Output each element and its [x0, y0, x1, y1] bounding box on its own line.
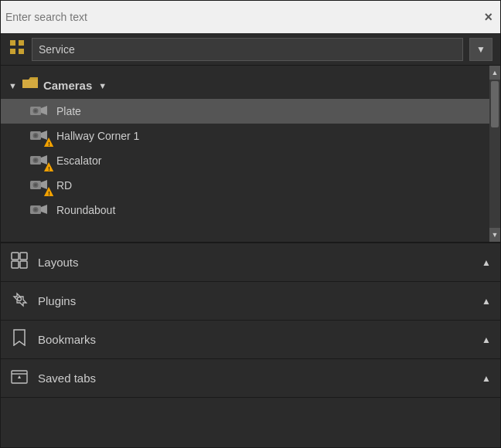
grid-icon: [9, 39, 26, 59]
saved-tabs-label: Saved tabs: [38, 372, 472, 385]
svg-rect-33: [20, 261, 27, 268]
camera-item[interactable]: ! Escalator: [1, 148, 489, 173]
camera-icon-wrapper: [29, 103, 50, 120]
plugins-label: Plugins: [38, 294, 472, 307]
svg-point-17: [34, 159, 37, 162]
camera-name: Escalator: [56, 154, 101, 167]
camera-item[interactable]: ! Hallway Corner 1: [1, 124, 489, 148]
layouts-label: Layouts: [38, 256, 472, 269]
scroll-down-arrow[interactable]: ▼: [489, 228, 500, 242]
camera-items-list: Plate ! Hallway Corner 1 ! Escalator ! R…: [1, 99, 489, 222]
camera-item[interactable]: ! RD: [1, 173, 489, 198]
camera-name: RD: [56, 179, 72, 192]
svg-marker-27: [41, 205, 47, 214]
svg-marker-36: [18, 375, 21, 378]
svg-point-11: [34, 134, 37, 137]
layouts-icon: [10, 252, 29, 273]
camera-name: Plate: [56, 105, 81, 117]
saved-tabs-chevron-icon: ▲: [482, 373, 491, 384]
svg-marker-15: [41, 155, 47, 165]
scroll-thumb[interactable]: [491, 81, 499, 127]
svg-rect-0: [10, 40, 15, 46]
section-row-bookmarks[interactable]: Bookmarks▲: [1, 321, 500, 359]
camera-item[interactable]: Roundabout: [1, 198, 489, 222]
search-bar: ×: [1, 1, 500, 33]
layouts-chevron-icon: ▲: [482, 257, 491, 268]
section-row-layouts[interactable]: Layouts▲: [1, 243, 500, 282]
scroll-track: [489, 80, 500, 228]
svg-marker-21: [41, 180, 47, 189]
svg-point-7: [34, 110, 37, 113]
bookmarks-icon: [10, 329, 29, 350]
plugins-chevron-icon: ▲: [482, 296, 491, 307]
camera-icon-wrapper: [29, 202, 50, 219]
svg-marker-5: [41, 106, 47, 115]
svg-text:!: !: [48, 191, 49, 196]
camera-name: Hallway Corner 1: [56, 130, 139, 142]
search-close-button[interactable]: ×: [481, 10, 496, 24]
camera-icon-wrapper: !: [29, 152, 50, 169]
svg-rect-2: [10, 49, 15, 54]
tree-container: ▼ Cameras ▼ Plate: [1, 66, 500, 243]
svg-marker-9: [41, 131, 47, 140]
service-row: Service ▼: [1, 33, 500, 66]
tree-content: ▼ Cameras ▼ Plate: [1, 66, 489, 242]
svg-point-23: [34, 184, 37, 187]
cameras-label: Cameras: [43, 79, 92, 92]
search-input[interactable]: [5, 11, 478, 23]
svg-rect-1: [19, 40, 24, 46]
camera-item[interactable]: Plate: [1, 99, 489, 124]
svg-rect-30: [12, 253, 19, 260]
svg-rect-32: [12, 261, 19, 268]
service-select[interactable]: Service: [32, 38, 463, 61]
camera-icon-wrapper: !: [29, 127, 50, 144]
plugins-icon: [10, 290, 29, 311]
cameras-row[interactable]: ▼ Cameras ▼: [1, 72, 489, 99]
section-row-saved-tabs[interactable]: Saved tabs▲: [1, 359, 500, 398]
bookmarks-chevron-icon: ▲: [482, 334, 491, 345]
saved-tabs-icon: [10, 368, 29, 389]
svg-point-34: [18, 297, 22, 301]
folder-icon: [22, 76, 39, 94]
camera-icon-wrapper: !: [29, 177, 50, 194]
expand-triangle-icon: ▼: [9, 81, 17, 90]
svg-rect-31: [20, 253, 27, 260]
tree-scrollbar: ▲ ▼: [489, 66, 500, 242]
main-panel: × Service ▼ ▼: [0, 0, 501, 448]
sections-list: Layouts▲ Plugins▲ Bookmarks▲ Saved tabs▲: [1, 243, 500, 398]
svg-rect-3: [19, 49, 24, 54]
svg-text:!: !: [48, 166, 49, 171]
scroll-up-arrow[interactable]: ▲: [489, 66, 500, 80]
svg-point-29: [34, 209, 37, 212]
camera-name: Roundabout: [56, 204, 115, 216]
bookmarks-label: Bookmarks: [38, 333, 472, 346]
cameras-dropdown-icon: ▼: [98, 81, 107, 90]
svg-text:!: !: [48, 141, 49, 147]
service-dropdown-button[interactable]: ▼: [469, 38, 492, 61]
section-row-plugins[interactable]: Plugins▲: [1, 282, 500, 321]
